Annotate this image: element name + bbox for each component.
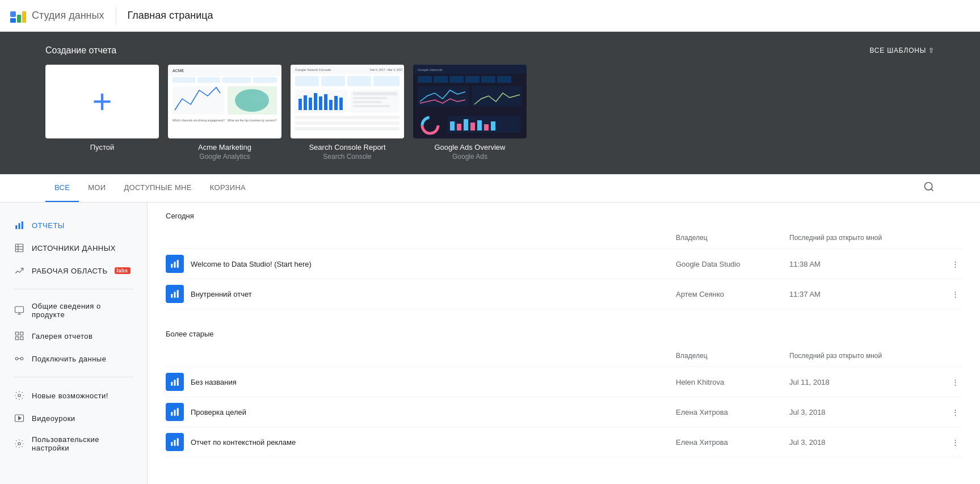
owner-col-header: Владелец (676, 234, 789, 242)
template-ads-name: Google Ads Overview (434, 143, 505, 151)
labs-badge: labs (115, 267, 131, 274)
sidebar-item-workspace[interactable]: РАБОЧАЯ ОБЛАСТЬ labs (0, 259, 147, 282)
header: Студия данных Главная страница (0, 0, 980, 32)
template-blank[interactable]: + Пустой (45, 65, 159, 161)
svg-point-64 (925, 183, 932, 190)
svg-rect-10 (253, 77, 277, 83)
report-time: Jul 3, 2018 (789, 408, 948, 416)
report-name: Welcome to Data Studio! (Start here) (191, 260, 312, 268)
tab-mine[interactable]: МОИ (79, 174, 115, 202)
table-row[interactable]: Проверка целей Елена Хитрова Jul 3, 2018… (166, 397, 962, 427)
sidebar-item-settings[interactable]: Пользовательские настройки (0, 430, 147, 458)
report-more-button[interactable]: ⋮ (948, 405, 962, 419)
svg-text:Feb 5, 2017 - Mar 4, 2017: Feb 5, 2017 - Mar 4, 2017 (370, 68, 403, 71)
report-icon (166, 403, 184, 421)
svg-rect-78 (15, 337, 18, 340)
sidebar-item-tutorials[interactable]: Видеоуроки (0, 407, 147, 430)
sidebar: ОТЧЕТЫ ИСТОЧНИКИ ДАННЫХ (0, 203, 148, 484)
svg-rect-99 (171, 442, 173, 446)
table-row[interactable]: Отчет по контекстной рекламе Елена Хитро… (166, 427, 962, 457)
svg-rect-0 (10, 11, 16, 17)
report-icon (166, 433, 184, 451)
create-section: Создание отчета ВСЕ ШАБЛОНЫ ⇧ + Пустой A… (0, 32, 980, 174)
svg-rect-1 (17, 15, 21, 23)
svg-text:ACME: ACME (173, 69, 184, 73)
sidebar-item-product-overview[interactable]: Общие сведения о продукте (0, 296, 147, 325)
svg-rect-28 (309, 98, 312, 110)
plus-icon: + (92, 85, 112, 119)
table-row[interactable]: Без названия Helen Khitrova Jul 11, 2018… (166, 367, 962, 397)
sidebar-item-datasources[interactable]: ИСТОЧНИКИ ДАННЫХ (0, 237, 147, 259)
report-owner: Helen Khitrova (676, 378, 789, 386)
chart-icon (14, 265, 25, 276)
svg-rect-51 (497, 76, 511, 83)
page-title: Главная страница (128, 10, 213, 22)
report-more-button[interactable]: ⋮ (948, 287, 962, 301)
chevron-icon: ⇧ (928, 47, 935, 54)
sidebar-item-gallery[interactable]: Галерея отчетов (0, 325, 147, 347)
bar-chart-icon (14, 220, 25, 231)
main-content: ОТЧЕТЫ ИСТОЧНИКИ ДАННЫХ (0, 203, 980, 484)
sidebar-item-workspace-label: РАБОЧАЯ ОБЛАСТЬ (32, 267, 108, 275)
template-blank-name: Пустой (90, 143, 115, 151)
report-more-button[interactable]: ⋮ (948, 375, 962, 389)
report-owner: Елена Хитрова (676, 408, 789, 416)
svg-marker-85 (19, 416, 22, 420)
tab-shared[interactable]: ДОСТУПНЫЕ МНЕ (115, 174, 200, 202)
search-button[interactable] (923, 181, 935, 195)
table-row[interactable]: Welcome to Data Studio! (Start here) Goo… (166, 249, 962, 279)
svg-text:Which channels are driving eng: Which channels are driving engagement? (173, 119, 225, 122)
svg-point-81 (20, 357, 23, 360)
report-more-button[interactable]: ⋮ (948, 435, 962, 449)
report-time: Jul 3, 2018 (789, 438, 948, 447)
template-google-ads[interactable]: Google Adwords (413, 65, 527, 161)
templates-grid: + Пустой ACME (45, 65, 935, 161)
template-search-name: Search Console Report (309, 143, 385, 151)
svg-rect-36 (353, 92, 397, 95)
template-acme-thumb: ACME Which channels are driving engageme… (168, 65, 281, 138)
today-section-header: Владелец Последний раз открыто мной (166, 227, 962, 249)
tab-trash[interactable]: КОРЗИНА (201, 174, 255, 202)
svg-rect-91 (174, 292, 176, 298)
svg-rect-42 (295, 127, 399, 131)
svg-rect-88 (174, 262, 176, 268)
sidebar-item-new-features[interactable]: Новые возможности! (0, 384, 147, 407)
sidebar-item-connect[interactable]: Подключить данные (0, 347, 147, 370)
template-search-console[interactable]: Google Search Console Feb 5, 2017 - Mar … (291, 65, 404, 161)
report-icon (166, 285, 184, 303)
svg-rect-47 (434, 76, 448, 83)
svg-rect-40 (295, 116, 399, 119)
older-section-header: Владелец Последний раз открыто мной (166, 345, 962, 367)
report-time: 11:37 AM (789, 290, 948, 298)
sidebar-divider-2 (14, 377, 133, 377)
report-more-button[interactable]: ⋮ (948, 257, 962, 271)
template-acme[interactable]: ACME Which channels are driving engageme… (168, 65, 281, 161)
sidebar-section-links: Общие сведения о продукте Галерея отчето… (0, 294, 147, 372)
svg-rect-67 (19, 223, 20, 229)
svg-rect-94 (174, 380, 176, 386)
actions-col-header-2 (948, 352, 962, 360)
sidebar-item-reports[interactable]: ОТЧЕТЫ (0, 214, 147, 237)
report-time: Jul 11, 2018 (789, 378, 948, 386)
svg-rect-24 (373, 76, 399, 86)
gear-icon (14, 390, 25, 401)
svg-rect-2 (10, 18, 16, 23)
sidebar-item-datasources-label: ИСТОЧНИКИ ДАННЫХ (32, 244, 116, 252)
svg-rect-9 (222, 77, 251, 83)
report-name: Отчет по контекстной рекламе (191, 438, 296, 447)
reports-area: Сегодня Владелец Последний раз открыто м… (148, 203, 980, 484)
all-templates-button[interactable]: ВСЕ ШАБЛОНЫ ⇧ (869, 47, 935, 54)
svg-text:Google Search Console: Google Search Console (295, 68, 331, 71)
svg-rect-32 (329, 100, 333, 110)
header-divider (116, 8, 116, 24)
table-row[interactable]: Внутренний отчет Артем Сеянко 11:37 AM ⋮ (166, 279, 962, 309)
settings-icon (14, 438, 25, 449)
sidebar-item-product-label: Общие сведения о продукте (32, 302, 133, 319)
svg-rect-57 (450, 121, 455, 131)
report-name: Внутренний отчет (191, 290, 252, 298)
svg-rect-58 (457, 124, 461, 131)
tab-all[interactable]: ВСЕ (45, 174, 79, 202)
today-section-title: Сегодня (166, 203, 962, 222)
report-name-cell: Welcome to Data Studio! (Start here) (166, 255, 676, 273)
svg-point-14 (251, 92, 268, 103)
